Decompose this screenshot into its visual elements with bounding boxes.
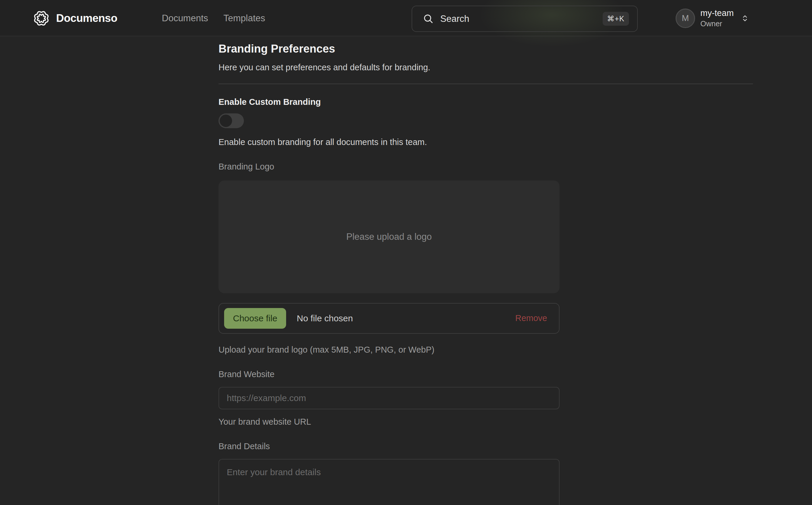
section-divider — [218, 83, 753, 84]
team-avatar: M — [675, 9, 695, 28]
search-shortcut-badge: ⌘+K — [603, 12, 629, 26]
team-role: Owner — [700, 19, 734, 28]
toggle-thumb — [220, 115, 232, 127]
branding-logo-empty-text: Please upload a logo — [346, 231, 432, 242]
brand-home-link[interactable]: Documenso — [33, 0, 117, 36]
enable-custom-branding-toggle[interactable] — [218, 114, 244, 128]
branding-form: Enable Custom Branding Enable custom bra… — [218, 97, 560, 505]
enable-custom-branding-description: Enable custom branding for all documents… — [218, 137, 560, 147]
page-subtitle: Here you can set preferences and default… — [218, 62, 753, 72]
branding-logo-label: Branding Logo — [218, 162, 560, 172]
brand-details-textarea[interactable] — [218, 459, 560, 505]
nav-link-templates[interactable]: Templates — [223, 13, 265, 24]
chevrons-up-down-icon — [740, 14, 750, 23]
primary-nav: Documents Templates — [162, 0, 265, 36]
branding-logo-file-input: Choose file No file chosen Remove — [218, 303, 560, 334]
top-navbar: Documenso Documents Templates Search ⌘+K… — [0, 0, 812, 36]
branding-logo-hint: Upload your brand logo (max 5MB, JPG, PN… — [218, 345, 560, 355]
enable-custom-branding-label: Enable Custom Branding — [218, 97, 560, 107]
search-icon — [423, 13, 434, 24]
search-placeholder-label: Search — [440, 14, 469, 24]
choose-file-button[interactable]: Choose file — [224, 308, 286, 329]
brand-details-label: Brand Details — [218, 442, 560, 451]
brand-website-label: Brand Website — [218, 369, 560, 379]
page-title: Branding Preferences — [218, 42, 753, 56]
documenso-logo-icon — [33, 10, 50, 27]
brand-website-hint: Your brand website URL — [218, 417, 560, 427]
brand-website-input[interactable] — [218, 387, 560, 409]
team-menu-button[interactable]: M my-team Owner — [675, 0, 750, 36]
brand-details-field — [218, 459, 560, 505]
remove-logo-button[interactable]: Remove — [515, 313, 547, 323]
team-name: my-team — [700, 8, 734, 18]
branding-logo-preview: Please upload a logo — [218, 180, 560, 293]
team-menu-text: my-team Owner — [700, 8, 734, 28]
file-status-text: No file chosen — [297, 313, 353, 323]
branding-preferences-page: Branding Preferences Here you can set pr… — [0, 36, 812, 505]
nav-link-documents[interactable]: Documents — [162, 13, 208, 24]
brand-name: Documenso — [56, 12, 117, 24]
search-input[interactable]: Search ⌘+K — [412, 6, 638, 32]
